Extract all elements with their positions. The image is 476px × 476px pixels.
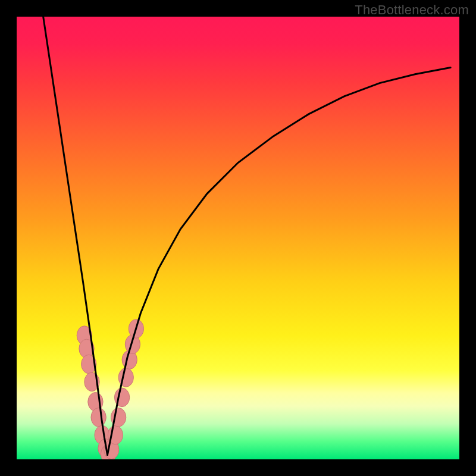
chart-frame: TheBottleneck.com [0,0,476,476]
watermark-text: TheBottleneck.com [355,2,469,18]
data-marker [91,408,106,427]
plot-area [17,17,459,459]
curve-right-arm [108,68,451,455]
curve-layer [17,17,459,459]
curve-left-arm [43,17,108,455]
